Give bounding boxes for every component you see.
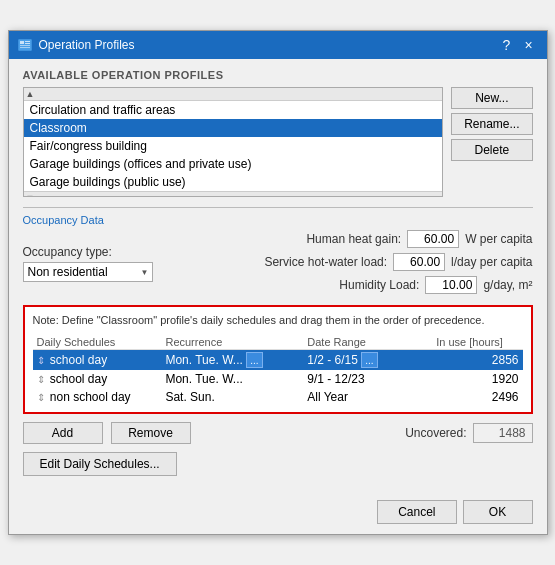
- occupancy-left: Occupancy type: Non residential: [23, 245, 153, 282]
- cancel-button[interactable]: Cancel: [377, 500, 456, 524]
- profile-item-circulation[interactable]: Circulation and traffic areas: [24, 101, 443, 119]
- profile-item-classroom[interactable]: Classroom: [24, 119, 443, 137]
- new-button[interactable]: New...: [451, 87, 532, 109]
- humidity-unit: g/day, m²: [483, 278, 532, 292]
- row1-name: school day: [50, 353, 107, 367]
- divider-1: [23, 207, 533, 208]
- row3-daterange: All Year: [303, 388, 432, 406]
- occupancy-right: Human heat gain: W per capita Service ho…: [163, 230, 533, 297]
- row2-daterange: 9/1 - 12/23: [303, 370, 432, 388]
- remove-button[interactable]: Remove: [111, 422, 191, 444]
- occupancy-type-select[interactable]: Non residential: [23, 262, 153, 282]
- humidity-label: Humidity Load:: [339, 278, 419, 292]
- uncovered-label: Uncovered:: [405, 426, 466, 440]
- svg-rect-2: [25, 41, 30, 42]
- human-heat-unit: W per capita: [465, 232, 532, 246]
- profile-item-garage-private[interactable]: Garage buildings (offices and private us…: [24, 155, 443, 173]
- row3-name: non school day: [50, 390, 131, 404]
- col-header-inuse: In use [hours]: [432, 335, 522, 350]
- col-header-daterange: Date Range: [303, 335, 432, 350]
- schedules-table: Daily Schedules Recurrence Date Range In…: [33, 335, 523, 406]
- row1-daterange-cell: 1/2 - 6/15 ...: [303, 349, 432, 370]
- dialog-icon: [17, 37, 33, 53]
- dialog-body: AVAILABLE OPERATION PROFILES ▲ Circulati…: [9, 59, 547, 493]
- dialog-title: Operation Profiles: [39, 38, 135, 52]
- delete-button[interactable]: Delete: [451, 139, 532, 161]
- help-button[interactable]: ?: [497, 35, 517, 55]
- service-water-label: Service hot-water load:: [264, 255, 387, 269]
- title-controls: ? ×: [497, 35, 539, 55]
- scroll-up-arrow[interactable]: ▲: [26, 89, 35, 99]
- occupancy-section-label: Occupancy Data: [23, 214, 533, 226]
- rename-button[interactable]: Rename...: [451, 113, 532, 135]
- row2-name-cell: ⇕ school day: [33, 370, 162, 388]
- title-bar: Operation Profiles ? ×: [9, 31, 547, 59]
- row2-recurrence: Mon. Tue. W...: [161, 370, 303, 388]
- close-button[interactable]: ×: [519, 35, 539, 55]
- row3-inuse: 2496: [432, 388, 522, 406]
- row1-recurrence: Mon. Tue. W...: [165, 353, 242, 367]
- row1-inuse: 2856: [432, 349, 522, 370]
- operation-profiles-dialog: Operation Profiles ? × AVAILABLE OPERATI…: [8, 30, 548, 534]
- profiles-section-header: AVAILABLE OPERATION PROFILES: [23, 69, 533, 81]
- occupancy-row: Occupancy type: Non residential Human he…: [23, 230, 533, 297]
- profiles-list[interactable]: ▲ Circulation and traffic areas Classroo…: [23, 87, 444, 197]
- edit-daily-schedules-button[interactable]: Edit Daily Schedules...: [23, 452, 177, 476]
- svg-rect-5: [20, 47, 30, 48]
- add-button[interactable]: Add: [23, 422, 103, 444]
- row1-recurrence-cell: Mon. Tue. W... ...: [161, 349, 303, 370]
- row2-inuse: 1920: [432, 370, 522, 388]
- row1-recurrence-btn[interactable]: ...: [246, 352, 262, 368]
- bottom-buttons-row: Add Remove Uncovered:: [23, 422, 533, 444]
- ok-button[interactable]: OK: [463, 500, 533, 524]
- schedule-row-2[interactable]: ⇕ school day Mon. Tue. W... 9/1 - 12/23 …: [33, 370, 523, 388]
- row1-daterange: 1/2 - 6/15: [307, 353, 358, 367]
- row2-name: school day: [50, 372, 107, 386]
- scroll-down-arrow[interactable]: ▼: [26, 193, 35, 197]
- profiles-buttons: New... Rename... Delete: [451, 87, 532, 197]
- service-water-input[interactable]: [393, 253, 445, 271]
- schedules-box: Note: Define "Classroom" profile's daily…: [23, 305, 533, 413]
- humidity-row: Humidity Load: g/day, m²: [339, 276, 532, 294]
- service-water-row: Service hot-water load: l/day per capita: [264, 253, 532, 271]
- row1-sort-arrows[interactable]: ⇕: [37, 355, 45, 366]
- uncovered-value: [473, 423, 533, 443]
- dialog-footer: Cancel OK: [9, 494, 547, 534]
- human-heat-input[interactable]: [407, 230, 459, 248]
- edit-btn-row: Edit Daily Schedules...: [23, 452, 533, 476]
- col-header-recurrence: Recurrence: [161, 335, 303, 350]
- row3-name-cell: ⇕ non school day: [33, 388, 162, 406]
- human-heat-row: Human heat gain: W per capita: [306, 230, 532, 248]
- humidity-input[interactable]: [425, 276, 477, 294]
- profiles-area: ▲ Circulation and traffic areas Classroo…: [23, 87, 533, 197]
- human-heat-label: Human heat gain:: [306, 232, 401, 246]
- col-header-daily: Daily Schedules: [33, 335, 162, 350]
- service-water-unit: l/day per capita: [451, 255, 532, 269]
- svg-rect-3: [25, 43, 30, 44]
- uncovered-area: Uncovered:: [199, 423, 533, 443]
- occupancy-section: Occupancy Data Occupancy type: Non resid…: [23, 214, 533, 297]
- row3-sort-arrows[interactable]: ⇕: [37, 392, 45, 403]
- title-bar-left: Operation Profiles: [17, 37, 135, 53]
- occupancy-type-label: Occupancy type:: [23, 245, 153, 259]
- row2-sort-arrows[interactable]: ⇕: [37, 374, 45, 385]
- svg-rect-4: [20, 45, 30, 46]
- row1-daterange-btn[interactable]: ...: [361, 352, 377, 368]
- svg-rect-1: [20, 41, 24, 44]
- row1-name-cell: ⇕ school day: [33, 349, 162, 370]
- schedule-row-3[interactable]: ⇕ non school day Sat. Sun. All Year 2496: [33, 388, 523, 406]
- schedule-row-1[interactable]: ⇕ school day Mon. Tue. W... ... 1/2 - 6/…: [33, 349, 523, 370]
- profile-item-garage-public[interactable]: Garage buildings (public use): [24, 173, 443, 191]
- profile-item-fair[interactable]: Fair/congress building: [24, 137, 443, 155]
- occupancy-type-wrapper: Non residential: [23, 262, 153, 282]
- schedules-note: Note: Define "Classroom" profile's daily…: [33, 313, 523, 328]
- row3-recurrence: Sat. Sun.: [161, 388, 303, 406]
